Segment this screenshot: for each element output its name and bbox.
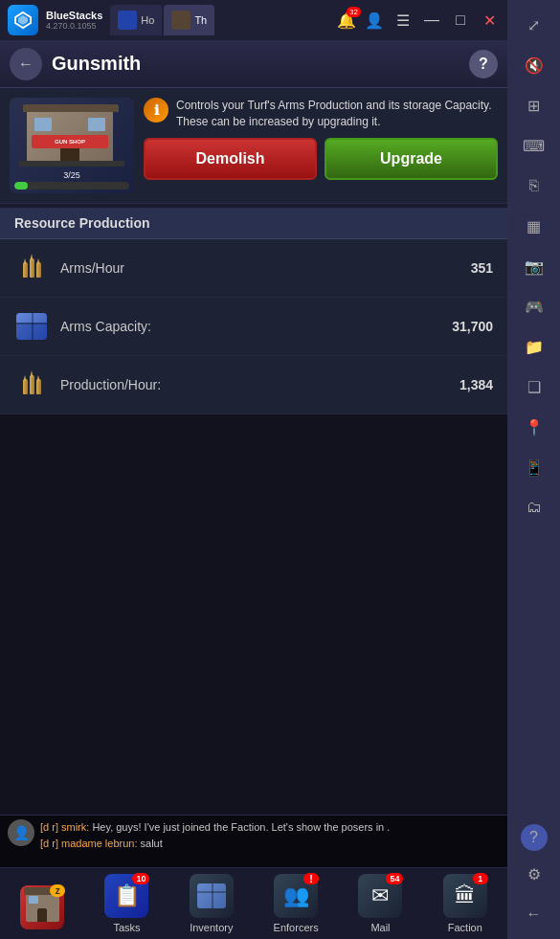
- account-icon[interactable]: 👤: [364, 10, 385, 31]
- nav-item-faction[interactable]: 🏛 1 Faction: [423, 868, 507, 939]
- nav-inventory-label: Inventory: [190, 922, 233, 933]
- chat-message-2: salut: [141, 838, 163, 849]
- chat-messages: [d r] smirk: Hey, guys! I've just joined…: [40, 819, 390, 851]
- tab-bar: Ho Th: [110, 5, 329, 35]
- folder-icon[interactable]: 📁: [517, 329, 551, 364]
- main-area: BlueStacks 4.270.0.1055 Ho Th 🔔 32 👤 ☰ —…: [0, 0, 507, 939]
- resource-row-arms-hour: Arms/Hour 351: [0, 239, 507, 298]
- info-panel: GUN SHOP 3/25 ℹ Cont: [0, 88, 507, 204]
- enforcers-badge: !: [303, 873, 319, 884]
- nav-mail-label: Mail: [370, 922, 390, 933]
- arms-capacity-value: 31,700: [452, 319, 493, 334]
- demolish-button[interactable]: Demolish: [144, 138, 317, 180]
- production-bullets-icon: [14, 368, 49, 402]
- back-arrow-icon[interactable]: ←: [517, 897, 551, 931]
- arms-hour-label: Arms/Hour: [60, 260, 459, 276]
- game-content: ← Gunsmith ? GUN SHOP: [0, 40, 507, 939]
- camera-icon[interactable]: 📷: [517, 249, 551, 283]
- bottom-nav: z 📋 10 Tasks: [0, 867, 507, 939]
- info-icon: ℹ: [144, 98, 168, 123]
- menu-icon[interactable]: ☰: [392, 10, 414, 31]
- info-right: ℹ Controls your Turf's Arms Production a…: [144, 98, 498, 180]
- bluestacks-name: BlueStacks: [46, 10, 102, 21]
- nav-enforcers-label: Enforcers: [274, 922, 319, 933]
- volume-icon[interactable]: 🔇: [517, 48, 551, 82]
- nav-mail-icon-wrap: ✉ 54: [357, 873, 403, 919]
- keyboard-icon[interactable]: ⌨: [517, 128, 551, 163]
- notification-button[interactable]: 🔔 32: [337, 11, 356, 30]
- resource-section-title: Resource Production: [0, 208, 507, 239]
- mail-badge: 54: [386, 873, 403, 884]
- folder2-icon[interactable]: 🗂: [517, 490, 551, 525]
- nav-inventory-icon: [190, 874, 234, 918]
- chat-sender-2: [d r] madame lebrun:: [40, 838, 141, 849]
- arms-capacity-label: Arms Capacity:: [60, 319, 440, 334]
- close-icon[interactable]: ✕: [479, 10, 500, 31]
- nav-item-tasks[interactable]: 📋 10 Tasks: [84, 868, 168, 939]
- building-description: Controls your Turf's Arms Production and…: [176, 98, 498, 130]
- resource-row-arms-capacity: Arms Capacity: 31,700: [0, 298, 507, 356]
- notification-count: 32: [347, 7, 361, 17]
- gear-icon[interactable]: ⚙: [517, 857, 551, 891]
- android-icon[interactable]: ▦: [517, 209, 551, 243]
- nav-building-icon-wrap: z: [19, 884, 65, 930]
- bullets-icon: [14, 251, 49, 285]
- nav-enforcers-icon-wrap: 👥 !: [273, 873, 319, 919]
- chat-message-1: Hey, guys! I've just joined the Faction.…: [92, 821, 390, 833]
- building-image: GUN SHOP 3/25: [10, 98, 134, 193]
- location-icon[interactable]: 📍: [517, 410, 551, 444]
- crate-icon: [14, 309, 49, 344]
- nav-item-mail[interactable]: ✉ 54 Mail: [338, 868, 422, 939]
- nav-tasks-icon-wrap: 📋 10: [103, 873, 149, 919]
- maximize-icon[interactable]: □: [450, 10, 471, 31]
- bluestacks-version: 4.270.0.1055: [46, 21, 102, 31]
- copy-icon[interactable]: ⎘: [517, 168, 551, 203]
- nav-faction-icon-wrap: 🏛 1: [442, 873, 488, 919]
- resource-section: Resource Production A: [0, 208, 507, 414]
- chat-sender-1: [d r] smirk:: [40, 821, 92, 833]
- home-tab-icon: [118, 11, 137, 30]
- tab-home[interactable]: Ho: [110, 5, 162, 35]
- nav-item-building[interactable]: z: [0, 868, 84, 939]
- nav-item-inventory[interactable]: Inventory: [169, 868, 254, 939]
- nav-item-enforcers[interactable]: 👥 ! Enforcers: [254, 868, 338, 939]
- game-tab-avatar: [171, 11, 190, 30]
- tasks-badge: 10: [132, 873, 149, 884]
- phone-icon[interactable]: 📱: [517, 450, 551, 484]
- chat-bar: 👤 [d r] smirk: Hey, guys! I've just join…: [0, 815, 507, 867]
- upgrade-button[interactable]: Upgrade: [325, 138, 498, 180]
- top-bar: BlueStacks 4.270.0.1055 Ho Th 🔔 32 👤 ☰ —…: [0, 0, 507, 40]
- resource-row-production-hour: Production/Hour: 1,384: [0, 356, 507, 414]
- bluestacks-logo: [8, 5, 38, 35]
- minimize-icon[interactable]: —: [421, 10, 442, 31]
- grid-icon[interactable]: ⊞: [517, 88, 551, 123]
- faction-badge: 1: [473, 873, 488, 884]
- building-sleep-badge: z: [50, 884, 65, 897]
- progress-bar: [14, 182, 28, 190]
- action-buttons: Demolish Upgrade: [144, 138, 498, 180]
- svg-marker-1: [18, 15, 28, 25]
- question-icon[interactable]: ?: [521, 824, 548, 851]
- progress-text: 3/25: [14, 170, 129, 180]
- production-hour-value: 1,384: [459, 377, 493, 392]
- info-description-row: ℹ Controls your Turf's Arms Production a…: [144, 98, 498, 130]
- dark-middle-area: [0, 414, 507, 815]
- fullscreen-icon[interactable]: ⤢: [517, 8, 551, 42]
- tab-game[interactable]: Th: [164, 5, 214, 35]
- game-header: ← Gunsmith ?: [0, 40, 507, 88]
- nav-inventory-icon-wrap: [189, 873, 235, 919]
- back-button[interactable]: ←: [10, 48, 42, 80]
- page-title: Gunsmith: [52, 53, 459, 75]
- right-sidebar: ⤢ 🔇 ⊞ ⌨ ⎘ ▦ 📷 🎮 📁 ❑ 📍 📱 🗂 ? ⚙ ←: [507, 0, 560, 939]
- production-hour-label: Production/Hour:: [60, 377, 448, 392]
- nav-tasks-label: Tasks: [113, 922, 140, 933]
- chat-avatar: 👤: [8, 819, 34, 846]
- gamepad-icon[interactable]: 🎮: [517, 289, 551, 324]
- help-button[interactable]: ?: [469, 50, 498, 78]
- layers-icon[interactable]: ❑: [517, 369, 551, 404]
- top-bar-controls: 🔔 32 👤 ☰ — □ ✕: [337, 10, 500, 31]
- arms-hour-value: 351: [471, 260, 493, 276]
- nav-faction-label: Faction: [448, 922, 482, 933]
